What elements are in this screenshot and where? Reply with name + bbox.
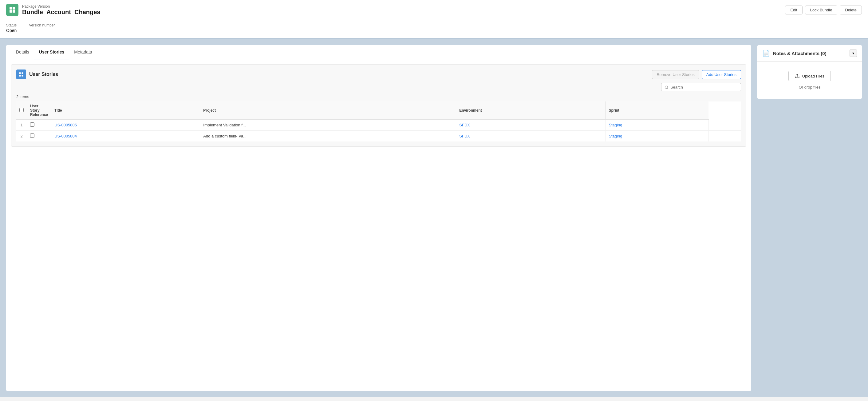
- status-label: Status: [6, 23, 17, 27]
- col-project: Project: [200, 102, 456, 120]
- svg-point-8: [665, 86, 668, 89]
- col-title: Title: [51, 102, 200, 120]
- project-link[interactable]: SFDX: [459, 123, 470, 127]
- project-link[interactable]: SFDX: [459, 134, 470, 138]
- row-checkbox-cell: [27, 120, 51, 131]
- header-left: Package Version Bundle_Account_Changes: [6, 4, 100, 16]
- row-title: Implement Validation f...: [200, 120, 456, 131]
- version-field: Version number: [29, 23, 55, 33]
- col-checkbox: [16, 102, 27, 120]
- us-section-title: User Stories: [29, 71, 58, 77]
- row-number: 1: [16, 120, 27, 131]
- reference-link[interactable]: US-0005804: [54, 134, 77, 138]
- upload-icon: [795, 74, 800, 79]
- us-section-icon: [16, 69, 26, 79]
- row-reference: US-0005805: [51, 120, 200, 131]
- environment-link[interactable]: Staging: [609, 123, 622, 127]
- tabs-bar: Details User Stories Metadata: [6, 45, 751, 59]
- delete-button[interactable]: Delete: [840, 5, 862, 15]
- header-title-area: Package Version Bundle_Account_Changes: [22, 4, 100, 16]
- search-row: [16, 83, 741, 91]
- svg-rect-1: [12, 7, 15, 9]
- collapse-button[interactable]: ▼: [849, 50, 857, 57]
- row-project: SFDX: [456, 131, 606, 142]
- upload-files-button[interactable]: Upload Files: [788, 71, 831, 81]
- svg-rect-5: [22, 72, 23, 74]
- header-title: Bundle_Account_Changes: [22, 9, 100, 16]
- notes-icon: 📄: [762, 50, 770, 57]
- user-stories-table: User Story Reference Title Project Envir…: [16, 102, 741, 141]
- header-buttons: Edit Lock Bundle Delete: [785, 5, 862, 15]
- row-project: SFDX: [456, 120, 606, 131]
- row-checkbox-cell: [27, 131, 51, 142]
- row-sprint: [709, 120, 741, 131]
- upload-files-label: Upload Files: [802, 74, 824, 79]
- row-reference: US-0005804: [51, 131, 200, 142]
- row-number: 2: [16, 131, 27, 142]
- svg-line-9: [667, 88, 668, 89]
- chevron-down-icon: ▼: [852, 52, 855, 55]
- left-panel: Details User Stories Metadata: [6, 45, 751, 391]
- tab-metadata[interactable]: Metadata: [69, 45, 97, 59]
- us-header: User Stories Remove User Stories Add Use…: [16, 69, 741, 79]
- header-subtitle: Package Version: [22, 4, 100, 9]
- svg-rect-7: [22, 75, 23, 77]
- us-title-area: User Stories: [16, 69, 58, 79]
- status-bar: Status Open Version number: [0, 20, 868, 39]
- svg-rect-0: [9, 7, 12, 9]
- select-all-checkbox[interactable]: [19, 108, 24, 112]
- row-checkbox-0[interactable]: [30, 122, 34, 127]
- main-area: Details User Stories Metadata: [0, 39, 868, 397]
- notes-body: Upload Files Or drop files: [757, 61, 862, 99]
- items-count: 2 items: [16, 94, 741, 99]
- package-icon: [9, 6, 16, 13]
- search-icon: [664, 85, 669, 89]
- edit-button[interactable]: Edit: [785, 5, 802, 15]
- lock-bundle-button[interactable]: Lock Bundle: [805, 5, 838, 15]
- col-sprint: Sprint: [606, 102, 709, 120]
- remove-user-stories-button[interactable]: Remove User Stories: [652, 70, 699, 79]
- col-reference: User Story Reference: [27, 102, 51, 120]
- notes-header: 📄 Notes & Attachments (0) ▼: [757, 45, 862, 61]
- svg-rect-4: [19, 72, 21, 74]
- row-environment: Staging: [606, 131, 709, 142]
- drop-files-text: Or drop files: [799, 85, 821, 89]
- notes-header-left: 📄 Notes & Attachments (0): [762, 50, 827, 57]
- col-environment: Environment: [456, 102, 606, 120]
- app-icon: [6, 4, 19, 16]
- status-value: Open: [6, 28, 17, 33]
- svg-rect-2: [9, 10, 12, 12]
- row-environment: Staging: [606, 120, 709, 131]
- version-label: Version number: [29, 23, 55, 27]
- svg-rect-3: [12, 10, 15, 12]
- right-panel: 📄 Notes & Attachments (0) ▼ Upload Files…: [757, 45, 862, 99]
- add-user-stories-button[interactable]: Add User Stories: [702, 70, 741, 79]
- svg-rect-6: [19, 75, 21, 77]
- row-checkbox-1[interactable]: [30, 134, 34, 138]
- table-row: 1 US-0005805 Implement Validation f... S…: [16, 120, 741, 131]
- notes-title: Notes & Attachments (0): [773, 51, 827, 56]
- grid-icon: [19, 71, 24, 77]
- tab-user-stories[interactable]: User Stories: [34, 45, 69, 59]
- status-field: Status Open: [6, 23, 17, 33]
- search-input[interactable]: [670, 85, 738, 89]
- row-title: Add a custom field- Va...: [200, 131, 456, 142]
- user-stories-section: User Stories Remove User Stories Add Use…: [11, 64, 746, 147]
- app-header: Package Version Bundle_Account_Changes E…: [0, 0, 868, 20]
- environment-link[interactable]: Staging: [609, 134, 622, 138]
- table-header-row: User Story Reference Title Project Envir…: [16, 102, 741, 120]
- search-bar-container: [661, 83, 741, 91]
- us-actions: Remove User Stories Add User Stories: [652, 70, 741, 79]
- tab-details[interactable]: Details: [11, 45, 34, 59]
- table-row: 2 US-0005804 Add a custom field- Va... S…: [16, 131, 741, 142]
- reference-link[interactable]: US-0005805: [54, 123, 77, 127]
- row-sprint: [709, 131, 741, 142]
